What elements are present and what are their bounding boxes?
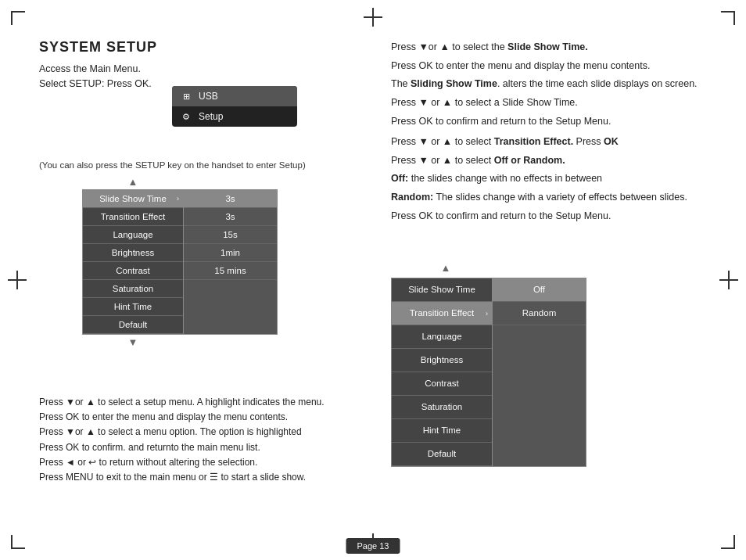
- instr-line2: Press OK to enter the menu and display t…: [39, 410, 368, 425]
- right-para10: Press OK to confirm and return to the Se…: [391, 208, 746, 224]
- instr-line5: Press ◄ or ↩ to return without altering …: [39, 455, 368, 470]
- right-para8: Off: the slides change with no effects i…: [391, 171, 746, 187]
- menu1-option-3s-2: 3s: [184, 208, 277, 226]
- menu1-item-default: Default: [83, 316, 183, 334]
- menu1-option-1min: 1min: [184, 244, 277, 262]
- menu2-item-slideshow: Slide Show Time: [392, 278, 492, 302]
- menu2-left: Slide Show Time Transition Effect› Langu…: [391, 278, 493, 467]
- menu2-container: Slide Show Time Transition Effect› Langu…: [391, 278, 586, 467]
- menu1-item-hinttime: Hint Time: [83, 298, 183, 316]
- menu2-item-language: Language: [392, 325, 492, 349]
- usb-row: ⊞ USB: [172, 86, 297, 106]
- corner-mark-br: [721, 535, 735, 549]
- menu2-item-brightness: Brightness: [392, 349, 492, 372]
- menu2-item-contrast: Contrast: [392, 372, 492, 396]
- menu2-item-hinttime: Hint Time: [392, 419, 492, 443]
- intro-line1: Access the Main Menu.: [39, 62, 368, 77]
- menu1-item-transition: Transition Effect: [83, 208, 183, 226]
- menu2-option-off: Off: [493, 278, 586, 302]
- right-para7: Press ▼ or ▲ to select Off or Random.: [391, 153, 746, 169]
- menu-diagram-2: ▲ Slide Show Time Transition Effect› Lan…: [391, 260, 586, 467]
- usb-setup-box: ⊞ USB ⚙ Setup: [172, 86, 297, 127]
- menu2-right: Off Random: [493, 278, 586, 467]
- right-para3: The Sliding Show Time. alters the time e…: [391, 76, 746, 92]
- menu1-item-language: Language: [83, 226, 183, 244]
- menu2-item-default: Default: [392, 443, 492, 466]
- corner-mark-tl: [11, 11, 25, 25]
- right-para2: Press OK to enter the menu and display t…: [391, 58, 746, 74]
- instr-line1: Press ▼or ▲ to select a setup menu. A hi…: [39, 395, 368, 410]
- instr-line4: Press OK to confirm. and returnto the ma…: [39, 440, 368, 455]
- right-para6: Press ▼ or ▲ to select Transition Effect…: [391, 134, 746, 150]
- crosshair-left: [8, 271, 27, 289]
- menu1-item-contrast: Contrast: [83, 262, 183, 280]
- menu1-down-arrow: ▼: [82, 336, 184, 348]
- left-column: SYSTEM SETUP Access the Main Menu. Selec…: [39, 39, 368, 96]
- crosshair-top: [364, 8, 382, 27]
- menu1-left: Slide Show Time› Transition Effect Langu…: [82, 189, 184, 335]
- menu2-option-random: Random: [493, 302, 586, 325]
- setup-label: Setup: [199, 111, 223, 122]
- right-para5: Press OK to confirm and return to the Se…: [391, 113, 746, 130]
- page-title: SYSTEM SETUP: [39, 39, 368, 56]
- menu2-item-transition: Transition Effect›: [392, 302, 492, 325]
- usb-label: USB: [199, 91, 218, 102]
- sliding-show-bold: Sliding Show Time: [411, 78, 497, 89]
- menu1-right: 3s 3s 15s 1min 15 mins: [184, 189, 278, 335]
- usb-icon: ⊞: [180, 90, 192, 102]
- corner-mark-bl: [11, 535, 25, 549]
- right-para1-bold: Slide Show Time.: [507, 41, 588, 52]
- crosshair-right: [719, 271, 738, 289]
- off-random-bold: Off or Random.: [494, 155, 565, 166]
- setup-row: ⚙ Setup: [172, 106, 297, 127]
- right-column: Press ▼or ▲ to select the Slide Show Tim…: [391, 39, 746, 226]
- menu1-container: Slide Show Time› Transition Effect Langu…: [82, 189, 278, 335]
- menu1-option-15mins: 15 mins: [184, 262, 277, 280]
- right-para1: Press ▼or ▲ to select the Slide Show Tim…: [391, 39, 746, 56]
- menu2-item-saturation: Saturation: [392, 396, 492, 419]
- page-badge: Page 13: [346, 538, 400, 554]
- menu1-up-arrow: ▲: [82, 176, 184, 188]
- setup-icon: ⚙: [180, 110, 192, 123]
- menu1-option-3s-1: 3s: [184, 190, 277, 208]
- transition-effect-bold: Transition Effect.: [494, 136, 573, 147]
- corner-mark-tr: [721, 11, 735, 25]
- instruction-text: Press ▼or ▲ to select a setup menu. A hi…: [39, 395, 368, 485]
- menu1-option-15s: 15s: [184, 226, 277, 244]
- menu1-item-brightness: Brightness: [83, 244, 183, 262]
- menu2-up-arrow: ▲: [391, 260, 500, 276]
- menu1-item-slideshow: Slide Show Time›: [83, 190, 183, 208]
- menu-diagram-1: ▲ Slide Show Time› Transition Effect Lan…: [82, 176, 278, 348]
- intro-line3: (You can also press the SETUP key on the…: [39, 160, 306, 170]
- right-para4: Press ▼ or ▲ to select a Slide Show Time…: [391, 95, 746, 111]
- instr-line6: Press MENU to exit to the main menu or ☰…: [39, 470, 368, 485]
- main-content: SYSTEM SETUP Access the Main Menu. Selec…: [39, 39, 707, 521]
- right-para9: Random: The slides change with a variety…: [391, 189, 746, 206]
- instr-line3: Press ▼or ▲ to select a menu option. The…: [39, 425, 368, 440]
- menu1-item-saturation: Saturation: [83, 280, 183, 298]
